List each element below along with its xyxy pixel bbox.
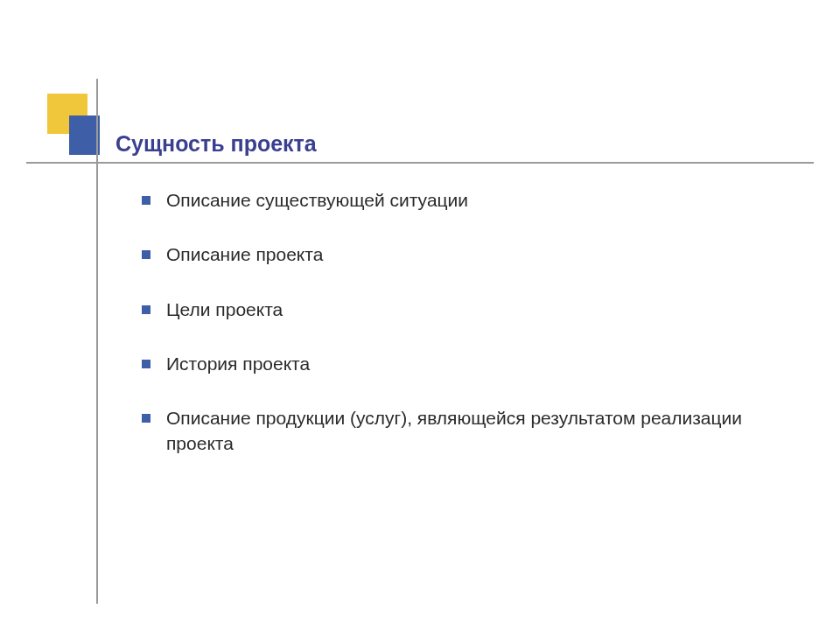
bullet-text: Описание проекта [166,242,770,267]
list-item: Описание существующей ситуации [142,188,770,213]
bullet-icon [142,250,150,259]
slide-title: Сущность проекта [116,131,317,157]
list-item: Описание продукции (услуг), являющейся р… [142,406,770,456]
bullet-text: Описание продукции (услуг), являющейся р… [166,406,770,456]
list-item: Описание проекта [142,242,770,267]
bullet-text: История проекта [166,352,770,376]
horizontal-divider [26,162,814,164]
bullet-text: Цели проекта [166,298,770,322]
blue-square-icon [69,116,100,155]
bullet-icon [142,414,150,423]
list-item: Цели проекта [142,298,770,322]
bullet-icon [142,305,150,314]
bullet-list: Описание существующей ситуации Описание … [142,188,770,486]
bullet-icon [142,196,150,205]
vertical-divider [96,79,98,604]
list-item: История проекта [142,352,770,376]
bullet-icon [142,360,150,368]
slide-decoration [47,94,100,153]
bullet-text: Описание существующей ситуации [166,188,770,213]
